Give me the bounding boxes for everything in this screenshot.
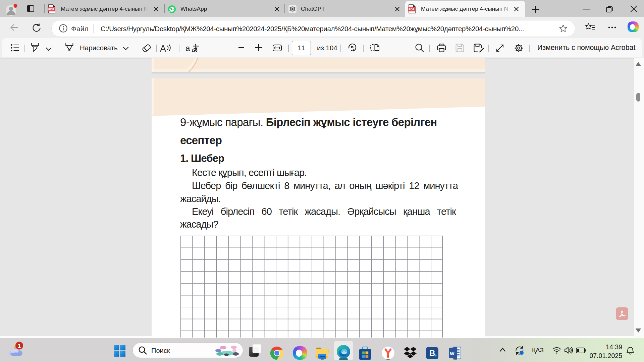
svg-text:1: 1 [18, 343, 21, 349]
svg-text:PDF: PDF [48, 8, 54, 11]
svg-text:A: A [160, 44, 166, 53]
svg-text:a: a [185, 44, 190, 53]
svg-text:w: w [450, 350, 454, 356]
svg-text:B: B [429, 349, 435, 358]
